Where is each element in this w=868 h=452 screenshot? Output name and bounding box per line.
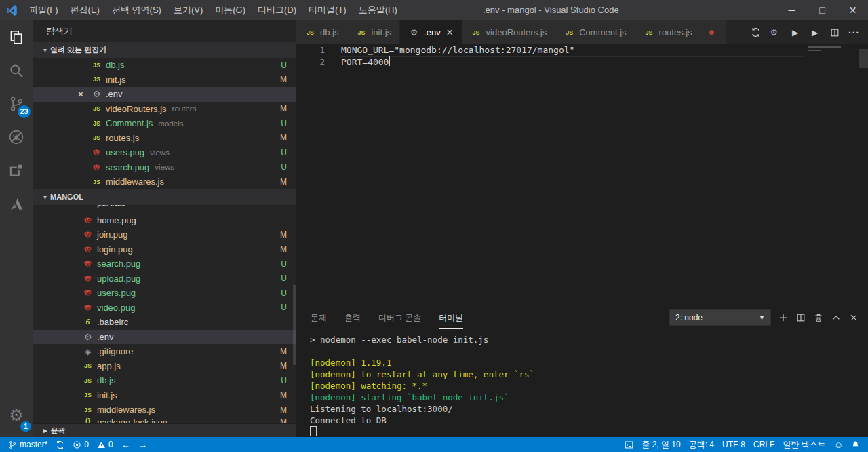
new-terminal-icon[interactable] (774, 309, 792, 326)
terminal-select[interactable]: 2: node ▼ (669, 309, 771, 326)
menu-bar: 파일(F)편집(E)선택 영역(S)보기(V)이동(G)디버그(D)터미널(T)… (23, 0, 403, 20)
panel-tab-출력[interactable]: 출력 (344, 306, 361, 329)
file-item-init.js[interactable]: JSinit.jsM (33, 73, 296, 88)
menu-item[interactable]: 도움말(H) (353, 0, 403, 20)
file-item-home.pug[interactable]: home.pug (33, 213, 296, 228)
file-item-middlewares.js[interactable]: JSmiddlewares.jsM (33, 174, 296, 189)
file-item-routes.js[interactable]: JSroutes.jsM (33, 131, 296, 146)
activity-debug-icon[interactable] (0, 120, 33, 153)
activity-explorer-icon[interactable] (0, 20, 33, 54)
status-language-mode[interactable]: 일반 텍스트 (778, 437, 829, 452)
open-editors-header[interactable]: ▾ 열려 있는 편집기 (33, 42, 296, 58)
file-item-.env[interactable]: ✕⚙.env (33, 87, 296, 102)
tab-.env[interactable]: ⚙.env✕ (400, 20, 462, 44)
more-actions-icon[interactable]: ··· (844, 20, 864, 44)
folder-item-partials[interactable]: ▸partials (33, 205, 296, 213)
notifications-icon (851, 440, 860, 449)
activity-manage-icon[interactable]: ⚙1 (0, 398, 33, 432)
git-status-badge: U (281, 162, 287, 172)
panel-tab-문제[interactable]: 문제 (311, 306, 327, 329)
status-git-branch[interactable]: master* (4, 437, 52, 452)
file-name: .gitignore (97, 346, 133, 356)
file-item-middlewares.js[interactable]: JSmiddlewares.jsM (33, 402, 296, 417)
terminal-output[interactable]: > nodemon --exec babel-node init.js[node… (296, 329, 868, 437)
file-item-db.js[interactable]: JSdb.jsU (33, 373, 296, 388)
git-status-badge: M (280, 177, 287, 187)
status-sync[interactable] (52, 437, 68, 452)
file-item-app.js[interactable]: JSapp.jsM (33, 359, 296, 374)
split-terminal-icon[interactable] (792, 309, 810, 326)
line-number: 1 (296, 44, 341, 56)
run-without-debugging-icon[interactable]: ▶ (805, 20, 825, 44)
settings-gear-icon[interactable]: ⚙ (766, 20, 785, 44)
file-item-.gitignore[interactable]: ◈.gitignoreM (33, 344, 296, 359)
file-item-join.pug[interactable]: join.pugM (33, 227, 296, 242)
status-eol[interactable]: CRLF (749, 437, 778, 452)
close-icon[interactable]: ✕ (446, 27, 454, 37)
tab-routes.js[interactable]: JSroutes.js (635, 20, 701, 44)
file-item-.babelrc[interactable]: 6.babelrc (33, 315, 296, 330)
menu-item[interactable]: 편집(E) (64, 0, 106, 20)
close-button[interactable]: ✕ (837, 0, 868, 20)
menu-item[interactable]: 선택 영역(S) (106, 0, 167, 20)
run-icon[interactable]: ▶ (785, 20, 805, 44)
status-right: 줄 2, 열 10공백: 4UTF-8CRLF일반 텍스트☺ (620, 437, 864, 452)
status-errors[interactable]: 0 (68, 437, 93, 452)
tab-partial[interactable] (701, 20, 726, 44)
status-nav-forward[interactable]: → (134, 437, 151, 452)
status-feedback[interactable]: ☺ (830, 437, 847, 452)
status-notifications[interactable] (847, 437, 864, 452)
chevron-down-icon: ▾ (43, 46, 47, 54)
tab-db.js[interactable]: JSdb.js (296, 20, 347, 44)
menu-item[interactable]: 터미널(T) (302, 0, 353, 20)
open-changes-icon[interactable] (746, 20, 766, 44)
status-encoding[interactable]: UTF-8 (718, 437, 749, 452)
outline-section-header[interactable]: ▸ 윤곽 (33, 423, 296, 437)
close-panel-icon[interactable] (845, 309, 863, 326)
project-section-header[interactable]: ▾ MANGOL (33, 189, 296, 205)
close-icon[interactable]: ✕ (77, 90, 84, 99)
git-status-badge: M (280, 361, 287, 371)
tab-Comment.js[interactable]: JSComment.js (555, 20, 635, 44)
file-item-.env[interactable]: ⚙.env (33, 330, 296, 345)
maximize-button[interactable]: □ (807, 0, 837, 20)
activity-extensions-icon[interactable] (0, 153, 33, 187)
file-item-Comment.js[interactable]: JSComment.jsmodelsU (33, 116, 296, 131)
status-warnings[interactable]: 0 (93, 437, 117, 452)
status-indentation[interactable]: 공백: 4 (685, 437, 718, 452)
file-item-users.pug[interactable]: users.pugU (33, 286, 296, 301)
menu-item[interactable]: 디버그(D) (252, 0, 302, 20)
file-item-db.js[interactable]: JSdb.jsU (33, 58, 296, 73)
activity-azure-icon[interactable] (0, 187, 33, 220)
code-editor[interactable]: 1MONGO_URL="mongodb://localhost:27017/ma… (296, 44, 868, 305)
tab-videoRouters.js[interactable]: JSvideoRouters.js (462, 20, 556, 44)
split-editor-icon[interactable] (825, 20, 844, 44)
menu-item[interactable]: 이동(G) (209, 0, 252, 20)
file-item-video.pug[interactable]: video.pugU (33, 301, 296, 316)
editor-scrollbar[interactable] (859, 49, 868, 68)
status-terminal-indicator[interactable] (620, 437, 637, 452)
file-item-init.js[interactable]: JSinit.jsM (33, 388, 296, 403)
file-item-users.pug[interactable]: users.pugviewsU (33, 145, 296, 160)
file-item-upload.pug[interactable]: upload.pugU (33, 271, 296, 286)
activity-search-icon[interactable] (0, 54, 33, 87)
kill-terminal-icon[interactable] (810, 309, 827, 326)
menu-item[interactable]: 보기(V) (167, 0, 209, 20)
panel-controls: 2: node ▼ (669, 309, 863, 326)
file-item-login.pug[interactable]: login.pugM (33, 242, 296, 257)
file-item-search.pug[interactable]: search.pugU (33, 257, 296, 271)
panel-tab-디버그 콘솔[interactable]: 디버그 콘솔 (378, 306, 421, 329)
activity-source-control-icon[interactable]: 23 (0, 87, 33, 120)
maximize-panel-icon[interactable] (827, 309, 845, 326)
tab-init.js[interactable]: JSinit.js (347, 20, 400, 44)
status-cursor-position[interactable]: 줄 2, 열 10 (637, 437, 684, 452)
status-nav-back[interactable]: ← (117, 437, 134, 452)
file-item-search.pug[interactable]: search.pugviewsU (33, 160, 296, 175)
terminal-line: Connected to DB (310, 415, 868, 426)
terminal-text: Connected to DB (310, 415, 387, 426)
menu-item[interactable]: 파일(F) (23, 0, 64, 20)
nav-back-icon: ← (121, 440, 130, 450)
file-item-videoRouters.js[interactable]: JSvideoRouters.jsroutersM (33, 102, 296, 117)
minimize-button[interactable]: ─ (776, 0, 807, 20)
panel-tab-터미널[interactable]: 터미널 (439, 306, 463, 329)
